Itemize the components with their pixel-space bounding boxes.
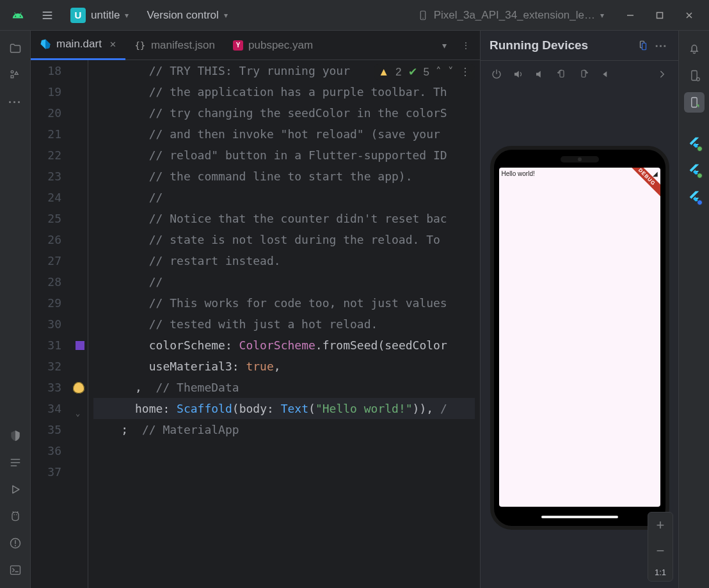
editor-tabs: main.dart ✕ {} manifest.json Y pubspec.y… — [31, 31, 480, 60]
svg-point-7 — [15, 514, 17, 516]
device-icon — [417, 10, 429, 21]
zoom-out-button[interactable]: − — [648, 538, 673, 564]
notifications-button[interactable] — [684, 38, 705, 59]
vcs-selector[interactable]: Version control ▾ — [140, 6, 234, 24]
project-badge: U — [70, 8, 86, 23]
inspections-widget[interactable]: ▲2 ✔5 ˄ ˅ ⋯ — [374, 64, 475, 80]
back-button[interactable] — [596, 65, 615, 84]
emulator-device-frame[interactable]: Hello world! ◢ — [490, 146, 669, 530]
device-target-label: Pixel_3a_API_34_extension_le… — [434, 9, 595, 22]
terminal-button[interactable] — [5, 560, 26, 580]
chevron-down-icon: ▾ — [600, 11, 604, 20]
todo-button[interactable] — [5, 452, 26, 473]
tabs-more-button[interactable]: ⋮ — [457, 36, 475, 54]
volume-up-button[interactable] — [509, 65, 528, 84]
svg-rect-14 — [560, 70, 564, 77]
android-logo-icon — [10, 8, 26, 23]
zoom-reset-button[interactable]: 1:1 — [655, 564, 666, 581]
zoom-in-button[interactable]: + — [648, 513, 673, 538]
home-indicator — [541, 516, 618, 518]
maximize-button[interactable] — [645, 4, 674, 27]
tab-label: main.dart — [56, 38, 102, 51]
gutter-annotations: ⌄ — [72, 60, 88, 588]
tab-label: pubspec.yam — [248, 39, 313, 52]
rotate-left-button[interactable] — [552, 65, 571, 84]
next-highlight-button[interactable]: ˅ — [448, 65, 454, 79]
structure-view-button[interactable] — [5, 65, 26, 86]
emulator-app-text: Hello world! — [502, 170, 535, 177]
power-button[interactable] — [487, 65, 506, 84]
svg-point-10 — [15, 545, 16, 546]
project-selector[interactable]: U untitle ▾ — [64, 5, 135, 26]
yaml-file-icon: Y — [233, 40, 243, 51]
more-icon: ··· — [8, 96, 22, 109]
svg-rect-3 — [657, 12, 663, 18]
right-tool-rail — [678, 31, 709, 588]
project-name: untitle — [91, 9, 120, 22]
code-content: // TRY THIS: Try running your // the app… — [88, 60, 480, 588]
flutter-inspector-button[interactable] — [684, 160, 705, 180]
device-manager-rail-button[interactable] — [684, 65, 705, 86]
flutter-outline-button[interactable] — [684, 133, 705, 154]
run-button[interactable] — [5, 479, 26, 500]
flutter-performance-button[interactable] — [684, 187, 705, 207]
ok-check-icon: ✔ — [408, 65, 417, 79]
warning-count: 2 — [395, 66, 401, 79]
svg-rect-13 — [642, 43, 646, 50]
emulator-screen: Hello world! ◢ — [499, 168, 660, 507]
tab-pubspec-yaml[interactable]: Y pubspec.yam — [224, 31, 322, 60]
forward-button[interactable] — [653, 65, 672, 84]
svg-rect-11 — [10, 566, 20, 574]
emulator-zoom-controls: + − 1:1 — [648, 512, 673, 582]
logcat-button[interactable] — [5, 506, 26, 527]
window-controls — [616, 4, 704, 27]
tabs-dropdown-button[interactable]: ▾ — [435, 36, 453, 54]
ok-count: 5 — [424, 66, 429, 79]
close-button[interactable] — [674, 4, 704, 27]
dart-analysis-button[interactable] — [5, 425, 26, 446]
debug-banner — [622, 168, 660, 206]
rotate-right-button[interactable] — [574, 65, 593, 84]
dart-file-icon — [40, 38, 51, 50]
main-menu-button[interactable] — [36, 4, 59, 27]
warning-icon: ▲ — [378, 66, 389, 79]
problems-button[interactable] — [5, 533, 26, 553]
code-editor[interactable]: 1819202122232425262728293031323334353637… — [31, 60, 480, 588]
device-target-selector[interactable]: Pixel_3a_API_34_extension_le… ▾ — [411, 6, 610, 24]
running-devices-pane: Running Devices ⋯ Hello w — [480, 31, 678, 588]
tab-manifest-json[interactable]: {} manifest.json — [125, 31, 224, 60]
more-tools-button[interactable]: ··· — [5, 92, 26, 113]
chevron-down-icon: ▾ — [224, 11, 228, 20]
title-bar: U untitle ▾ Version control ▾ Pixel_3a_A… — [0, 0, 709, 31]
chevron-down-icon: ▾ — [125, 11, 129, 20]
svg-rect-18 — [691, 98, 696, 107]
running-devices-title: Running Devices — [490, 38, 588, 52]
svg-point-4 — [11, 70, 13, 73]
tab-main-dart[interactable]: main.dart ✕ — [31, 31, 125, 60]
running-devices-rail-button[interactable] — [684, 92, 705, 113]
tab-label: manifest.json — [151, 39, 215, 52]
emulator-screen-area: Hello world! ◢ + − 1:1 — [481, 88, 678, 588]
prev-highlight-button[interactable]: ˄ — [436, 65, 442, 79]
left-tool-rail: ··· — [0, 31, 31, 588]
inspections-menu-icon[interactable]: ⋯ — [459, 67, 472, 77]
project-view-button[interactable] — [5, 38, 26, 59]
close-tab-icon[interactable]: ✕ — [109, 40, 116, 49]
minimize-button[interactable] — [616, 4, 645, 27]
devices-more-button[interactable]: ⋯ — [653, 37, 669, 54]
svg-rect-15 — [582, 70, 586, 77]
emulator-toolbar — [481, 61, 678, 88]
svg-point-1 — [422, 17, 424, 19]
svg-rect-5 — [11, 75, 13, 78]
svg-point-6 — [13, 514, 15, 516]
device-manager-button[interactable] — [635, 37, 651, 54]
volume-down-button[interactable] — [530, 65, 550, 84]
editor-pane: main.dart ✕ {} manifest.json Y pubspec.y… — [31, 31, 480, 588]
running-devices-header: Running Devices ⋯ — [481, 31, 678, 61]
line-number-gutter: 1819202122232425262728293031323334353637 — [31, 60, 72, 588]
vcs-label: Version control — [147, 9, 218, 22]
json-file-icon: {} — [134, 40, 146, 51]
